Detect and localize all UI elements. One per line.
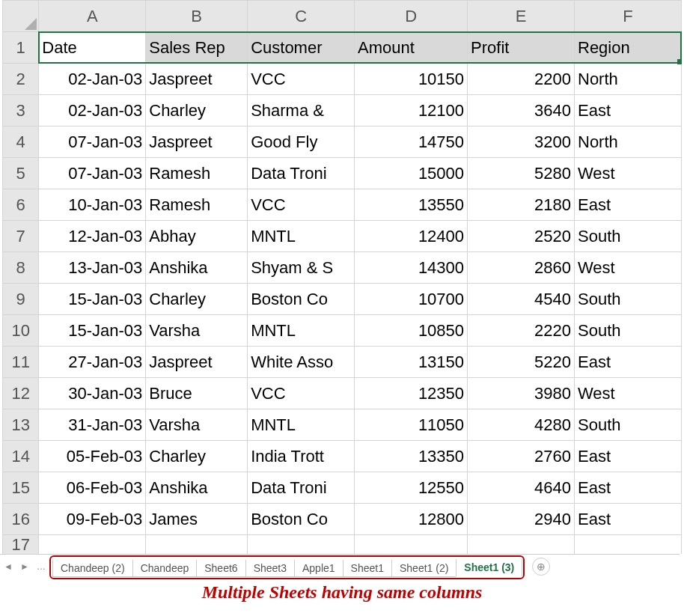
header-cell[interactable]: Sales Rep — [146, 32, 248, 64]
cell[interactable]: 2200 — [468, 64, 575, 95]
cell[interactable]: Charley — [146, 284, 248, 315]
row-header[interactable]: 2 — [3, 64, 39, 95]
cell[interactable]: Varsha — [146, 315, 248, 347]
row-header[interactable]: 3 — [3, 95, 39, 126]
cell[interactable]: 10150 — [355, 64, 468, 95]
cell[interactable]: West — [575, 378, 682, 409]
sheet-tab[interactable]: Chandeep (2) — [52, 560, 133, 577]
cell[interactable]: 15-Jan-03 — [39, 284, 146, 315]
row-header[interactable]: 10 — [3, 315, 39, 347]
cell[interactable]: 13350 — [355, 441, 468, 472]
cell[interactable]: VCC — [248, 64, 355, 95]
cell[interactable]: Ramesh — [146, 189, 248, 221]
cell[interactable]: 12-Jan-03 — [39, 221, 146, 252]
row-header[interactable]: 8 — [3, 252, 39, 284]
row-header[interactable]: 17 — [3, 535, 39, 555]
cell[interactable]: North — [575, 126, 682, 158]
sheet-tab[interactable]: Sheet1 (2) — [391, 560, 456, 577]
header-cell[interactable]: Customer — [248, 32, 355, 64]
cell[interactable]: Good Fly — [248, 126, 355, 158]
column-header[interactable]: B — [146, 1, 248, 32]
sheet-tab[interactable]: Chandeep — [132, 560, 198, 577]
cell[interactable]: East — [575, 95, 682, 126]
cell[interactable]: Varsha — [146, 409, 248, 441]
cell[interactable]: South — [575, 284, 682, 315]
cell[interactable] — [146, 535, 248, 555]
cell[interactable]: 07-Jan-03 — [39, 126, 146, 158]
cell[interactable]: Jaspreet — [146, 347, 248, 378]
cell[interactable]: Charley — [146, 95, 248, 126]
cell[interactable]: 13150 — [355, 347, 468, 378]
cell[interactable]: West — [575, 158, 682, 189]
cell[interactable] — [355, 535, 468, 555]
sheet-tab[interactable]: Sheet6 — [196, 560, 245, 577]
column-header[interactable]: A — [39, 1, 146, 32]
cell[interactable]: 06-Feb-03 — [39, 472, 146, 504]
cell[interactable]: Anshika — [146, 252, 248, 284]
cell[interactable]: 02-Jan-03 — [39, 95, 146, 126]
cell[interactable]: 12350 — [355, 378, 468, 409]
cell[interactable]: East — [575, 472, 682, 504]
cell[interactable]: James — [146, 504, 248, 535]
row-header[interactable]: 11 — [3, 347, 39, 378]
row-header[interactable]: 15 — [3, 472, 39, 504]
row-header[interactable]: 16 — [3, 504, 39, 535]
row-header[interactable]: 4 — [3, 126, 39, 158]
row-header[interactable]: 6 — [3, 189, 39, 221]
cell[interactable]: 4280 — [468, 409, 575, 441]
cell[interactable]: 3200 — [468, 126, 575, 158]
cell[interactable] — [248, 535, 355, 555]
add-sheet-button[interactable]: ⊕ — [532, 558, 550, 576]
sheet-tab[interactable]: Sheet1 (3) — [456, 559, 522, 577]
cell[interactable]: 02-Jan-03 — [39, 64, 146, 95]
cell[interactable]: 10850 — [355, 315, 468, 347]
cell[interactable]: Data Troni — [248, 158, 355, 189]
cell[interactable]: East — [575, 441, 682, 472]
cell[interactable]: 13550 — [355, 189, 468, 221]
row-header[interactable]: 7 — [3, 221, 39, 252]
cell[interactable]: 12800 — [355, 504, 468, 535]
row-header[interactable]: 9 — [3, 284, 39, 315]
tab-scroll-next[interactable]: ► — [16, 558, 33, 575]
cell[interactable]: Anshika — [146, 472, 248, 504]
cell[interactable]: MNTL — [248, 315, 355, 347]
cell[interactable]: 09-Feb-03 — [39, 504, 146, 535]
cell[interactable]: 3980 — [468, 378, 575, 409]
row-header[interactable]: 14 — [3, 441, 39, 472]
cell[interactable]: 2180 — [468, 189, 575, 221]
cell[interactable]: Charley — [146, 441, 248, 472]
cell[interactable]: 12400 — [355, 221, 468, 252]
cell[interactable]: East — [575, 189, 682, 221]
tab-scroll-more[interactable]: … — [33, 558, 49, 575]
cell[interactable]: 2860 — [468, 252, 575, 284]
cell[interactable]: 15000 — [355, 158, 468, 189]
cell[interactable]: 2220 — [468, 315, 575, 347]
cell[interactable]: East — [575, 347, 682, 378]
cell[interactable]: Jaspreet — [146, 64, 248, 95]
sheet-tab[interactable]: Sheet1 — [343, 560, 392, 577]
cell[interactable]: 11050 — [355, 409, 468, 441]
cell[interactable]: 5280 — [468, 158, 575, 189]
column-header[interactable]: E — [468, 1, 575, 32]
cell[interactable]: 27-Jan-03 — [39, 347, 146, 378]
cell[interactable]: Ramesh — [146, 158, 248, 189]
cell[interactable] — [575, 535, 682, 555]
cell[interactable]: Sharma & — [248, 95, 355, 126]
sheet-tab[interactable]: Sheet3 — [245, 560, 295, 577]
cell[interactable]: 30-Jan-03 — [39, 378, 146, 409]
cell[interactable]: Data Troni — [248, 472, 355, 504]
cell[interactable]: 2760 — [468, 441, 575, 472]
cell[interactable]: 5220 — [468, 347, 575, 378]
cell[interactable]: 2940 — [468, 504, 575, 535]
cell[interactable]: 05-Feb-03 — [39, 441, 146, 472]
cell[interactable]: East — [575, 504, 682, 535]
cell[interactable]: Boston Co — [248, 504, 355, 535]
column-header[interactable]: C — [248, 1, 355, 32]
cell[interactable]: VCC — [248, 378, 355, 409]
cell[interactable]: 13-Jan-03 — [39, 252, 146, 284]
row-header[interactable]: 1 — [3, 32, 39, 64]
header-cell[interactable]: Amount — [355, 32, 468, 64]
cell[interactable]: 4640 — [468, 472, 575, 504]
cell[interactable]: 3640 — [468, 95, 575, 126]
header-cell[interactable]: Profit — [468, 32, 575, 64]
